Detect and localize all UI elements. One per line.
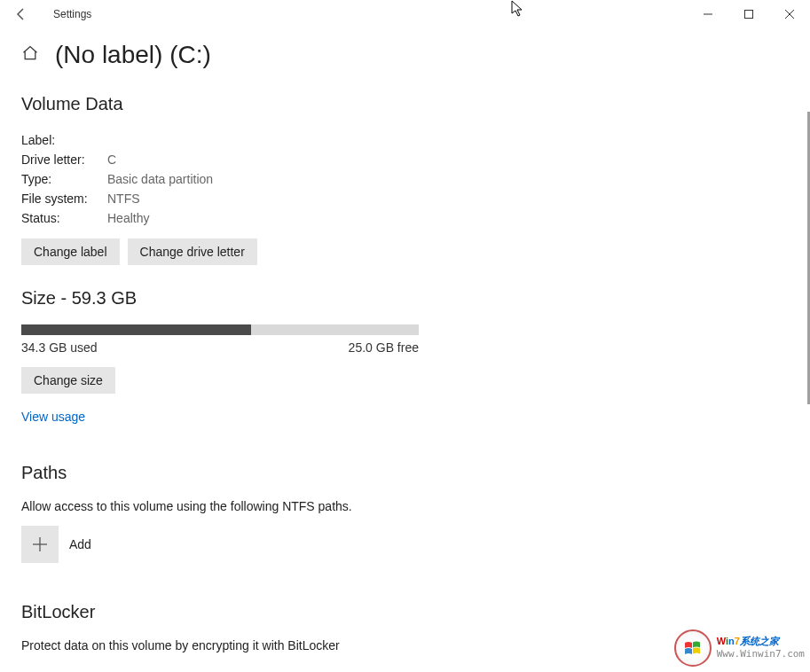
- bitlocker-header: BitLocker: [21, 602, 789, 622]
- watermark-brand: Win7系统之家: [717, 636, 805, 648]
- content-area: (No label) (C:) Volume Data Label: Drive…: [0, 28, 810, 672]
- minimize-button[interactable]: [688, 0, 728, 28]
- size-bar-fill: [21, 324, 251, 335]
- watermark-url: Www.Winwin7.com: [717, 648, 805, 660]
- row-type: Type: Basic data partition: [21, 169, 789, 189]
- maximize-button[interactable]: [728, 0, 769, 28]
- row-status: Status: Healthy: [21, 208, 789, 228]
- change-size-button[interactable]: Change size: [21, 367, 115, 394]
- change-label-button[interactable]: Change label: [21, 238, 120, 265]
- page-header: (No label) (C:): [21, 41, 789, 69]
- watermark-text: Win7系统之家 Www.Winwin7.com: [717, 636, 805, 660]
- label-key: Label:: [21, 133, 107, 147]
- window-controls: [688, 0, 810, 28]
- size-used: 34.3 GB used: [21, 340, 98, 355]
- maximize-icon: [744, 10, 753, 19]
- drive-letter-value: C: [107, 152, 116, 167]
- size-bar: [21, 324, 419, 335]
- status-key: Status:: [21, 211, 107, 225]
- filesystem-value: NTFS: [107, 191, 140, 206]
- filesystem-key: File system:: [21, 191, 107, 206]
- titlebar: Settings: [0, 0, 810, 28]
- watermark-logo-icon: [674, 629, 712, 667]
- add-path-row: Add: [21, 526, 789, 563]
- arrow-left-icon: [14, 7, 28, 21]
- svg-rect-1: [745, 11, 753, 19]
- watermark: Win7系统之家 Www.Winwin7.com: [674, 629, 805, 667]
- type-value: Basic data partition: [107, 172, 213, 186]
- plus-icon: [32, 536, 48, 552]
- size-header: Size - 59.3 GB: [21, 288, 789, 309]
- volume-buttons: Change label Change drive letter: [21, 238, 789, 265]
- row-label: Label:: [21, 130, 789, 150]
- minimize-icon: [704, 10, 712, 19]
- volume-data-grid: Label: Drive letter: C Type: Basic data …: [21, 130, 789, 228]
- paths-header: Paths: [21, 463, 789, 483]
- close-button[interactable]: [769, 0, 810, 28]
- paths-description: Allow access to this volume using the fo…: [21, 499, 789, 513]
- add-path-button[interactable]: [21, 526, 59, 563]
- back-button[interactable]: [0, 0, 43, 28]
- size-free: 25.0 GB free: [349, 340, 419, 355]
- page-title: (No label) (C:): [55, 41, 211, 69]
- row-drive-letter: Drive letter: C: [21, 150, 789, 169]
- status-value: Healthy: [107, 211, 149, 225]
- volume-data-header: Volume Data: [21, 94, 789, 114]
- row-filesystem: File system: NTFS: [21, 189, 789, 208]
- size-bar-container: 34.3 GB used 25.0 GB free: [21, 324, 419, 355]
- window-title: Settings: [53, 8, 91, 20]
- close-icon: [785, 10, 794, 19]
- add-label: Add: [69, 537, 91, 551]
- view-usage-link[interactable]: View usage: [21, 410, 85, 424]
- size-labels: 34.3 GB used 25.0 GB free: [21, 340, 419, 355]
- drive-letter-key: Drive letter:: [21, 152, 107, 167]
- home-icon[interactable]: [21, 44, 39, 66]
- change-drive-letter-button[interactable]: Change drive letter: [128, 238, 257, 265]
- type-key: Type:: [21, 172, 107, 186]
